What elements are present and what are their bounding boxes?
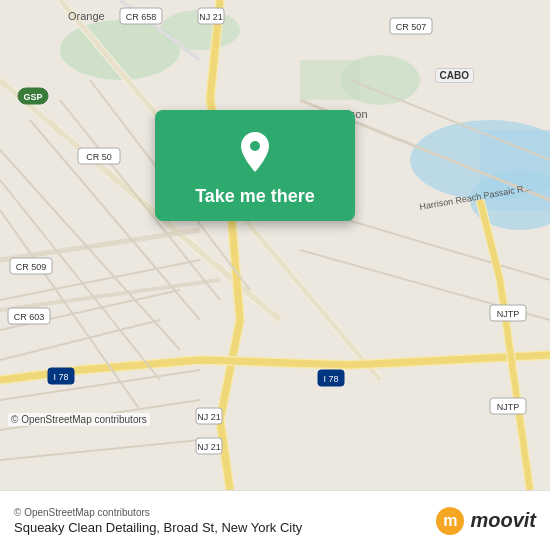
svg-text:GSP: GSP (23, 92, 42, 102)
moovit-m-icon: m (436, 507, 464, 535)
bottom-bar: © OpenStreetMap contributors Squeaky Cle… (0, 490, 550, 550)
popup-card[interactable]: Take me there (155, 110, 355, 221)
svg-text:I 78: I 78 (323, 374, 338, 384)
svg-text:CR 603: CR 603 (14, 312, 45, 322)
moovit-logo: m moovit (436, 507, 536, 535)
map-view: CR 658 NJ 21 CR 507 CR 50 CR 509 CR 603 … (0, 0, 550, 490)
svg-text:NJ 21: NJ 21 (199, 12, 223, 22)
svg-text:I 78: I 78 (53, 372, 68, 382)
take-me-there-button[interactable]: Take me there (195, 186, 315, 207)
svg-point-60 (250, 141, 260, 151)
svg-text:CR 50: CR 50 (86, 152, 112, 162)
svg-text:NJ 21: NJ 21 (197, 412, 221, 422)
cabo-badge: CABO (435, 68, 474, 83)
location-label: Squeaky Clean Detailing, Broad St, New Y… (14, 520, 302, 535)
moovit-brand-text: moovit (470, 509, 536, 532)
bottom-info: © OpenStreetMap contributors Squeaky Cle… (14, 507, 302, 535)
location-pin-icon (231, 128, 279, 176)
svg-text:CR 507: CR 507 (396, 22, 427, 32)
svg-text:CR 658: CR 658 (126, 12, 157, 22)
osm-attribution: © OpenStreetMap contributors (8, 413, 150, 426)
cabo-label: CABO (440, 70, 469, 81)
openstreetmap-attribution: © OpenStreetMap contributors (14, 507, 302, 518)
svg-text:NJTP: NJTP (497, 309, 520, 319)
svg-text:CR 509: CR 509 (16, 262, 47, 272)
svg-text:Orange: Orange (68, 10, 105, 22)
svg-text:NJ 21: NJ 21 (197, 442, 221, 452)
svg-text:NJTP: NJTP (497, 402, 520, 412)
